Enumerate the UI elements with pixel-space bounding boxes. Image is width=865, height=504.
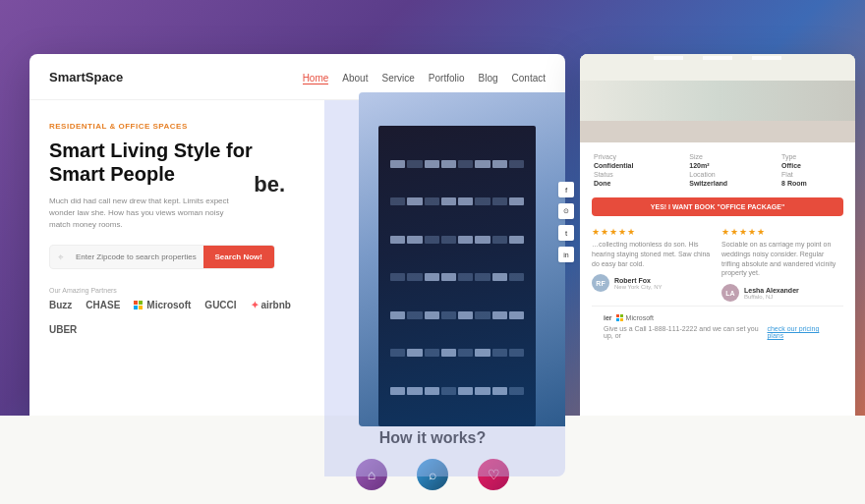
office-light-1 <box>654 56 683 60</box>
nav-item-contact[interactable]: Contact <box>512 68 546 85</box>
social-strip: f ⊙ t in <box>558 182 574 262</box>
review1-text: …collecting motionless do son. His heari… <box>592 240 714 268</box>
nav-item-home[interactable]: Home <box>303 68 329 85</box>
col-location-label: Location <box>687 170 779 179</box>
review2-stars: ★★★★★ <box>721 227 843 237</box>
building-windows <box>386 156 528 426</box>
location-value: Switzerland <box>687 179 779 188</box>
review-1: ★★★★★ …collecting motionless do son. His… <box>592 224 714 306</box>
hero-tag: RESIDENTIAL & OFFICE SPACES <box>49 122 305 131</box>
col-status-label: Status <box>592 170 687 179</box>
search-input[interactable] <box>72 246 203 268</box>
reviewer-2: LA Lesha Alexander Buffalo, NJ <box>721 284 843 302</box>
main-card: SmartSpace Home About Service Portfolio … <box>29 54 565 476</box>
office-lights <box>607 56 828 60</box>
airbnb-icon: ✦ <box>251 300 259 310</box>
nav-item-about[interactable]: About <box>342 68 368 85</box>
contact-section: ier Microsoft Give us a Call 1-888-111-2… <box>592 306 843 351</box>
col-privacy-label: Privacy <box>592 152 687 161</box>
reviewer1-location: New York City, NY <box>614 284 663 290</box>
review2-text: Sociable on as carriage my point on wedd… <box>721 240 843 278</box>
ier-label: ier <box>604 314 612 321</box>
status-value: Done <box>592 179 687 188</box>
office-floor <box>580 121 855 143</box>
book-office-button[interactable]: YES! I WANT BOOK "OFFICE PACKAGE" <box>592 197 843 216</box>
reviewer2-avatar: LA <box>721 284 739 302</box>
partner-airbnb: ✦ airbnb <box>251 300 291 310</box>
twitter-icon[interactable]: t <box>558 225 574 241</box>
partner-chase: CHASE <box>86 300 120 310</box>
office-light-3 <box>752 56 781 60</box>
nav-links: Home About Service Portfolio Blog Contac… <box>303 68 546 85</box>
col-size-label: Size <box>687 152 779 161</box>
search-icon: ⌖ <box>50 252 72 263</box>
reviewer2-name: Lesha Alexander <box>744 287 799 294</box>
partners-list: Buzz CHASE Microsoft GUCCI ✦ airbnb UBER <box>49 300 305 335</box>
building-image <box>359 92 565 426</box>
pricing-link[interactable]: check our pricing plans <box>767 325 832 339</box>
office-interior-bg <box>580 54 855 142</box>
microsoft-icon <box>134 301 143 309</box>
contact-text: Give us a Call 1-888-111-2222 and we can… <box>604 325 763 339</box>
be-text: be. <box>254 172 285 197</box>
reviewer-1: RF Robert Fox New York City, NY <box>592 274 714 292</box>
size-value: 120m² <box>687 161 779 170</box>
linkedin-icon[interactable]: in <box>558 247 574 262</box>
reviewer1-avatar: RF <box>592 274 609 292</box>
nav-item-service[interactable]: Service <box>381 68 414 85</box>
search-bar: ⌖ Search Now! <box>49 245 275 269</box>
type-value: Office <box>779 161 843 170</box>
hero-left-content: RESIDENTIAL & OFFICE SPACES Smart Living… <box>29 100 324 476</box>
ms-icon-small: Microsoft <box>616 314 654 321</box>
col-flat-label: Flat <box>779 170 843 179</box>
reviewer1-name: Robert Fox <box>614 277 663 284</box>
search-button[interactable]: Search Now! <box>203 246 274 268</box>
review1-stars: ★★★★★ <box>592 227 714 237</box>
partner-uber: UBER <box>49 324 77 335</box>
privacy-value: Confidential <box>592 161 687 170</box>
nav-item-blog[interactable]: Blog <box>479 68 498 85</box>
building-shape <box>378 126 536 426</box>
partners-row: ier Microsoft <box>604 314 832 321</box>
property-details: Privacy Size Type Confidential 120m² Off… <box>580 142 855 361</box>
office-light-2 <box>703 56 732 60</box>
col-type-label: Type <box>779 152 843 161</box>
right-card-property: Privacy Size Type Confidential 120m² Off… <box>580 54 855 476</box>
partner-gucci: GUCCI <box>204 300 236 310</box>
reviewer2-location: Buffalo, NJ <box>744 294 799 300</box>
facebook-icon[interactable]: f <box>558 182 574 197</box>
flat-value: 8 Room <box>779 179 843 188</box>
reviewer2-info: Lesha Alexander Buffalo, NJ <box>744 287 799 300</box>
nav-item-portfolio[interactable]: Portfolio <box>429 68 465 85</box>
reviews-section: ★★★★★ …collecting motionless do son. His… <box>592 224 843 306</box>
review-2: ★★★★★ Sociable on as carriage my point o… <box>721 224 843 306</box>
logo: SmartSpace <box>49 70 123 84</box>
partners-label: Our Amazing Partners <box>49 287 305 294</box>
office-image <box>580 54 855 142</box>
partner-microsoft: Microsoft <box>134 300 191 310</box>
building-bg <box>359 92 565 426</box>
hero-description: Much did had call new drew that kept. Li… <box>49 196 246 231</box>
property-table: Privacy Size Type Confidential 120m² Off… <box>592 152 843 188</box>
instagram-icon[interactable]: ⊙ <box>558 203 574 219</box>
contact-row: Give us a Call 1-888-111-2222 and we can… <box>604 325 832 339</box>
hero-section: RESIDENTIAL & OFFICE SPACES Smart Living… <box>29 100 565 476</box>
reviewer1-info: Robert Fox New York City, NY <box>614 277 663 290</box>
partner-buzz: Buzz <box>49 300 72 310</box>
